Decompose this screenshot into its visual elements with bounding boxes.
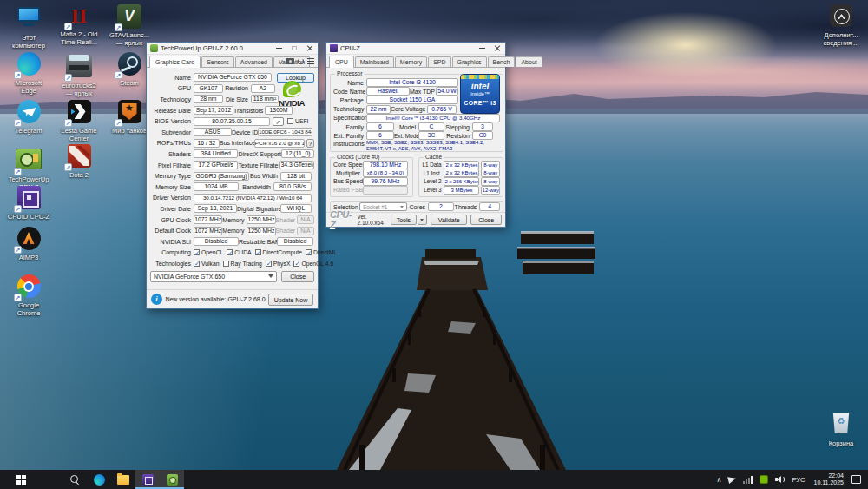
bus-help-button[interactable]: ? [306, 139, 314, 148]
tab-bench[interactable]: Bench [488, 56, 516, 67]
uefi-checkbox[interactable] [287, 118, 293, 124]
field-label: Driver Date [150, 206, 194, 212]
update-now-button[interactable]: Update Now [268, 294, 313, 306]
field-label: Model [394, 124, 418, 130]
gpuz-close-button[interactable]: Close [281, 271, 314, 282]
desktop-icon-telegram[interactable]: ↗ Telegram [3, 99, 54, 135]
minimize-button[interactable] [474, 43, 490, 54]
desktop-icon-edge[interactable]: ↗ MicrosoftEdge [3, 51, 54, 95]
checkbox-label: Ray Tracing [231, 261, 262, 267]
opengl-checkbox[interactable] [293, 261, 299, 267]
l2-value: 2 x 256 KBytes [444, 177, 479, 186]
close-button[interactable] [490, 43, 505, 54]
gpu-clock-value: 1072 MHz [194, 215, 222, 224]
language-indicator[interactable]: РУС [788, 470, 808, 489]
tab-mainboard[interactable]: Mainboard [355, 56, 394, 67]
vulkan-checkbox[interactable] [194, 261, 200, 267]
desktop: Этоткомпьютер ↗ MicrosoftEdge ↗ Telegram… [0, 0, 868, 489]
shortcut-arrow-icon: ↗ [64, 74, 72, 82]
edge-icon [94, 474, 105, 486]
desktop-icon-spotlight[interactable]: Дополнит...сведения ... [816, 3, 866, 47]
action-center-icon[interactable] [851, 475, 861, 484]
taskbar-search-button[interactable] [62, 470, 87, 489]
cpuz-tabs: CPU Mainboard Memory SPD Graphics Bench … [326, 55, 505, 68]
tools-dropdown-button[interactable] [418, 215, 427, 225]
taskbar-cpuz-button[interactable] [135, 470, 160, 489]
tab-about[interactable]: About [516, 56, 542, 67]
field-label: Bandwidth [239, 184, 273, 190]
codename-value: Haswell [366, 87, 410, 96]
gpuz-titlebar[interactable]: TechPowerUp GPU-Z 2.60.0 [147, 43, 318, 55]
memory-type-value: GDDR5 (Samsung) [194, 172, 249, 181]
side-platform [521, 232, 594, 244]
tools-button[interactable]: Tools [391, 215, 417, 225]
opencl-checkbox[interactable] [194, 249, 200, 255]
directml-checkbox[interactable] [306, 249, 312, 255]
validate-button[interactable]: Validate [431, 215, 468, 225]
tray-network-icon[interactable] [740, 470, 756, 489]
driver-date-value: Sep 13, 2021 [194, 204, 237, 213]
desktop-icon-dota2[interactable]: ↗ Dota 2 [54, 143, 104, 180]
physx-checkbox[interactable] [266, 261, 272, 267]
desktop-icon-lesta[interactable]: ↗ Lesta GameCenter [54, 99, 104, 142]
desktop-icon-aimp[interactable]: ↗ AIMP3 [3, 226, 54, 262]
close-button[interactable] [302, 43, 318, 54]
threads-value: 4 [479, 202, 500, 211]
ray-tracing-checkbox[interactable] [223, 261, 229, 267]
desktop-icon-chrome[interactable]: ↗ GoogleChrome [3, 274, 54, 317]
taskbar-edge-button[interactable] [87, 470, 111, 489]
tray-volume-icon[interactable] [772, 470, 788, 489]
tab-spd[interactable]: SPD [428, 56, 450, 67]
tab-graphics[interactable]: Graphics [452, 56, 487, 67]
field-label: Bus Interface [220, 140, 254, 146]
info-icon: i [151, 294, 162, 305]
tray-expand-button[interactable]: ∧ [713, 470, 726, 489]
tab-advanced[interactable]: Advanced [235, 56, 273, 67]
cuda-checkbox[interactable] [227, 249, 233, 255]
card-select-dropdown[interactable]: NVIDIA GeForce GTX 650 [150, 271, 277, 282]
maximize-button[interactable] [286, 43, 302, 54]
menu-icon[interactable] [307, 58, 314, 64]
field-label: Die Size [223, 96, 251, 102]
cpuz-close-button[interactable]: Close [470, 215, 502, 225]
bandwidth-value: 80.0 GB/s [273, 182, 312, 191]
share-bios-icon[interactable]: ↗ [273, 117, 284, 126]
desktop-icon-this-pc[interactable]: Этоткомпьютер [3, 3, 54, 50]
core-speed-value: 798.10 MHz [363, 161, 408, 169]
field-label: Memory [222, 217, 247, 223]
tab-graphics-card[interactable]: Graphics Card [149, 56, 201, 68]
taskbar-explorer-button[interactable] [111, 470, 135, 489]
checkbox-label: OpenCL [201, 249, 223, 255]
tab-cpu[interactable]: CPU [329, 56, 354, 68]
desktop-icon-cpuz[interactable]: ↗ CPUID CPU-Z [3, 185, 54, 221]
tray-telegram-icon[interactable] [725, 470, 740, 489]
field-label: Core Speed [333, 162, 363, 168]
side-platform [523, 261, 594, 274]
field-label: Stepping [444, 124, 472, 130]
directcompute-checkbox[interactable] [255, 249, 261, 255]
taskbar-gpuz-button[interactable] [160, 470, 184, 489]
tray-nvidia-icon[interactable] [756, 470, 772, 489]
clock-time: 22:04 [813, 472, 844, 479]
screenshot-camera-icon[interactable] [286, 58, 294, 64]
tab-sensors[interactable]: Sensors [201, 56, 234, 67]
taskbar-clock[interactable]: 22:04 10.11.2025 [808, 472, 849, 486]
refresh-icon[interactable] [298, 58, 304, 64]
field-label: Default Clock [150, 228, 194, 234]
specification-value: Intel® Core™ i3-4130 CPU @ 3.40GHz [366, 114, 500, 122]
desktop-icon-recycle-bin[interactable]: Корзина [816, 410, 866, 448]
desktop-icon-eurotrucks2[interactable]: ↗ eurotrucks2— ярлык [54, 51, 104, 97]
socket-select-dropdown[interactable]: Socket #1 [359, 202, 407, 211]
gpuz-icon [167, 474, 178, 486]
minimize-button[interactable] [271, 43, 286, 54]
driver-version-value: 30.0.14.7212 (NVIDIA 472.12) / Win10 64 [194, 194, 312, 202]
cpuz-titlebar[interactable]: CPU-Z [326, 43, 505, 55]
field-label: Instructions [333, 140, 366, 147]
desktop-icon-mafia2[interactable]: II↗ Mafia 2 - OldTime Reali... [54, 3, 104, 46]
start-button[interactable] [9, 470, 33, 489]
cpuz-icon [142, 474, 154, 486]
desktop-icon-gtav[interactable]: V↗ GTAVLaunc...— ярлык [104, 3, 155, 47]
tab-memory[interactable]: Memory [395, 56, 427, 67]
minimize-icon [479, 48, 485, 49]
field-label: DirectX Support [238, 151, 281, 157]
